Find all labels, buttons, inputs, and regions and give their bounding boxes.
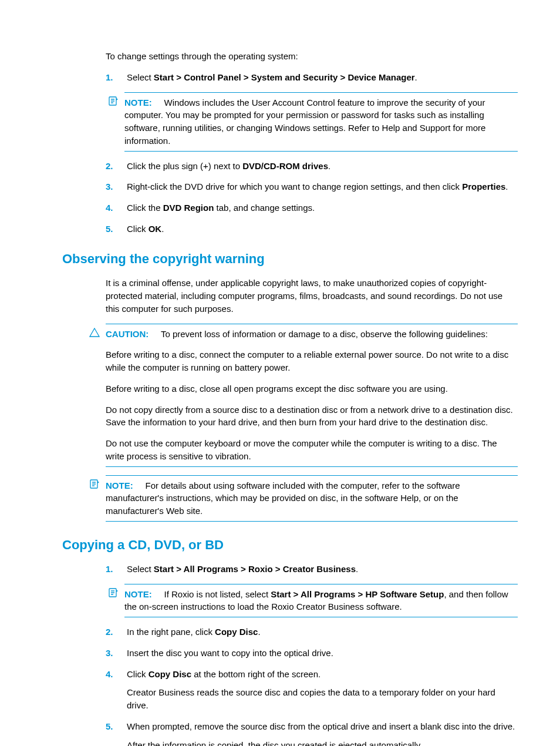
step-item: 2. Click the plus sign (+) next to DVD/C… — [42, 160, 518, 173]
step-number: 4. — [106, 668, 127, 712]
caution-callout: CAUTION: To prevent loss of information … — [106, 324, 518, 467]
step-item: 5. Click OK. — [42, 223, 518, 236]
step-extra: Creator Business reads the source disc a… — [127, 686, 518, 712]
step-number: 2. — [106, 626, 127, 639]
step-text-pre: Click the — [127, 203, 163, 213]
caution-label: CAUTION: — [106, 329, 149, 339]
step-body: Insert the disc you want to copy into th… — [127, 647, 518, 660]
caution-para: Do not use the computer keyboard or move… — [106, 437, 518, 463]
note-spacer — [136, 480, 143, 490]
step-text-bold: Copy Disc — [215, 627, 258, 637]
step-body: When prompted, remove the source disc fr… — [127, 720, 518, 746]
note-text: Windows includes the User Account Contro… — [124, 98, 485, 146]
step-item: 3. Right-click the DVD drive for which y… — [42, 180, 518, 193]
step-text-pre: Select — [127, 564, 154, 574]
step-number: 2. — [106, 160, 127, 173]
step-number: 5. — [106, 720, 127, 746]
note-spacer — [154, 589, 162, 599]
note-callout: NOTE: Windows includes the User Account … — [124, 92, 518, 152]
note-text-pre: If Roxio is not listed, select — [164, 589, 271, 599]
step-text-bold: OK — [149, 224, 162, 234]
note-callout: NOTE: If Roxio is not listed, select Sta… — [124, 584, 518, 618]
heading-copying: Copying a CD, DVD, or BD — [62, 536, 518, 555]
step-item: 3. Insert the disc you want to copy into… — [42, 647, 518, 660]
caution-lead: To prevent loss of information or damage… — [161, 329, 488, 339]
caution-body: CAUTION: To prevent loss of information … — [106, 328, 518, 463]
note-icon — [108, 588, 119, 597]
note-label: NOTE: — [124, 98, 152, 107]
step-item: 5. When prompted, remove the source disc… — [42, 720, 518, 746]
step-text-pre: In the right pane, click — [127, 627, 215, 637]
caution-para: Before writing to a disc, connect the co… — [106, 348, 518, 374]
step-body: Select Start > All Programs > Roxio > Cr… — [127, 563, 518, 576]
step-text-post: at the bottom right of the screen. — [191, 669, 321, 679]
step-text-bold: Copy Disc — [149, 669, 191, 679]
caution-para: Do not copy directly from a source disc … — [106, 404, 518, 429]
step-number: 3. — [106, 647, 127, 660]
step-text-pre: When prompted, remove the source disc fr… — [127, 721, 515, 731]
step-item: 4. Click the DVD Region tab, and change … — [42, 201, 518, 214]
note-label: NOTE: — [124, 589, 152, 599]
note-icon — [108, 96, 119, 106]
step-body: Click the plus sign (+) next to DVD/CD-R… — [127, 160, 518, 173]
step-text-post: . — [415, 72, 417, 82]
step-text-pre: Right-click the DVD drive for which you … — [127, 182, 462, 191]
paragraph: It is a criminal offense, under applicab… — [106, 277, 518, 315]
step-text-bold: DVD/CD-ROM drives — [242, 161, 328, 171]
step-text-post: . — [258, 627, 260, 637]
step-number: 4. — [106, 201, 127, 214]
step-item: 4. Click Copy Disc at the bottom right o… — [42, 668, 518, 712]
note-icon — [89, 479, 100, 489]
note-text: For details about using software include… — [106, 480, 460, 516]
note-callout: NOTE: For details about using software i… — [106, 475, 518, 522]
note-label: NOTE: — [106, 480, 133, 490]
step-body: Right-click the DVD drive for which you … — [127, 180, 518, 193]
step-body: In the right pane, click Copy Disc. — [127, 626, 518, 639]
step-body: Click OK. — [127, 223, 518, 236]
step-text-pre: Select — [127, 72, 154, 82]
step-number: 1. — [106, 563, 127, 576]
step-extra: After the information is copied, the dis… — [127, 739, 518, 746]
step-text-pre: Click — [127, 669, 149, 679]
caution-para: Before writing to a disc, close all open… — [106, 382, 518, 395]
step-text-pre: Click — [127, 224, 149, 234]
step-body: Select Start > Control Panel > System an… — [127, 71, 518, 84]
page-content: To change settings through the operating… — [42, 50, 518, 746]
step-number: 1. — [106, 71, 127, 84]
note-spacer — [154, 98, 162, 107]
step-text-post: . — [161, 224, 164, 234]
step-body: Click Copy Disc at the bottom right of t… — [127, 668, 518, 712]
step-body: Click the DVD Region tab, and change set… — [127, 201, 518, 214]
step-text-pre: Click the plus sign (+) next to — [127, 161, 242, 171]
step-number: 3. — [106, 180, 127, 193]
caution-icon — [89, 328, 100, 337]
intro-text: To change settings through the operating… — [106, 50, 518, 63]
step-text-post: . — [328, 161, 330, 171]
step-item: 1. Select Start > Control Panel > System… — [42, 71, 518, 84]
step-text-pre: Insert the disc you want to copy into th… — [127, 648, 333, 658]
note-text-bold: Start > All Programs > HP Software Setup — [271, 589, 444, 599]
step-text-post: . — [356, 564, 358, 574]
step-text-post: tab, and change settings. — [214, 203, 315, 213]
step-text-bold: DVD Region — [163, 203, 214, 213]
step-text-bold: Start > Control Panel > System and Secur… — [154, 72, 415, 82]
step-text-post: . — [505, 182, 508, 191]
step-item: 1. Select Start > All Programs > Roxio >… — [42, 563, 518, 576]
step-text-bold: Properties — [462, 182, 505, 191]
step-item: 2. In the right pane, click Copy Disc. — [42, 626, 518, 639]
heading-copyright: Observing the copyright warning — [62, 250, 518, 268]
step-number: 5. — [106, 223, 127, 236]
caution-spacer — [151, 329, 159, 339]
step-text-bold: Start > All Programs > Roxio > Creator B… — [154, 564, 356, 574]
